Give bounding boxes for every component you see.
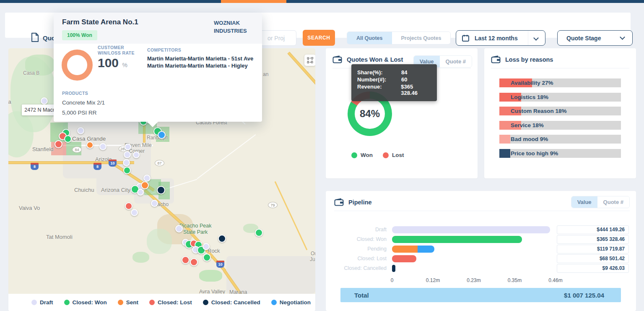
- pipeline-bar-segment: [392, 255, 416, 262]
- pipeline-row-label: Draft: [326, 226, 387, 233]
- tab-quote-number[interactable]: Quote #: [597, 196, 629, 208]
- quote-map-marker-draft[interactable]: [203, 243, 210, 250]
- map-park-area: [132, 252, 149, 263]
- quote-map-marker-lost[interactable]: [190, 258, 198, 266]
- top-progress-track: [0, 0, 644, 3]
- quote-map-marker-draft[interactable]: [137, 189, 144, 196]
- axis-tick-label: 0.46m: [548, 277, 562, 283]
- competitors-list: Martin Marietta-Martin Marietta - 51st A…: [147, 55, 253, 69]
- quotes-dashboard: Quotes SEARCH All Quotes Projects Quotes…: [0, 0, 644, 311]
- pipeline-row: Closed: Won$365 328.46: [326, 236, 636, 243]
- map-status-legend: DraftClosed: WonSentClosed: LostClosed: …: [8, 294, 315, 311]
- map-place-label: acho: [157, 201, 169, 207]
- pipeline-bar-segment: [392, 236, 522, 243]
- quote-map-marker-draft[interactable]: [133, 152, 140, 158]
- pipeline-bar-segment: [392, 265, 395, 272]
- total-value: $1 007 125.04: [564, 292, 604, 299]
- quote-map-marker-draft[interactable]: [124, 151, 131, 158]
- quote-map-marker-draft[interactable]: [175, 225, 183, 233]
- map-place-label: Casa Grande: [72, 136, 106, 142]
- tooltip-value: 60: [401, 76, 407, 83]
- axis-tick-label: 0: [391, 277, 394, 283]
- quote-map-marker-draft[interactable]: [125, 144, 131, 150]
- loss-reason-label: Price too high 9%: [511, 149, 558, 158]
- calendar-icon: [462, 34, 469, 42]
- pipeline-row: Pending$119 719.87: [326, 246, 636, 253]
- quote-map-marker-cancelled[interactable]: [157, 186, 165, 194]
- tab-quote-number[interactable]: Quote #: [440, 56, 472, 67]
- pipeline-value-box: $119 719.87: [557, 245, 629, 254]
- pipeline-bar: [392, 255, 556, 262]
- date-range-filter[interactable]: Last 12 months: [456, 30, 545, 46]
- legend-item: Sent: [118, 299, 138, 306]
- quote-map-marker-cancelled[interactable]: [218, 235, 226, 243]
- quote-map-marker-draft[interactable]: [131, 209, 138, 216]
- tab-value[interactable]: Value: [571, 196, 597, 208]
- quote-map-marker-draft[interactable]: [143, 175, 151, 182]
- draw-polygon-button[interactable]: [304, 55, 315, 66]
- tooltip-label: Share(%):: [357, 69, 401, 76]
- quote-map-marker-sent[interactable]: [86, 141, 93, 149]
- quote-map-marker-sent[interactable]: [141, 181, 149, 189]
- pipeline-row-label: Closed: Won: [326, 236, 387, 243]
- quote-map-marker-lost[interactable]: [125, 202, 132, 210]
- card-title: Quotes Won & Lost: [347, 56, 403, 63]
- quote-map-marker-draft[interactable]: [99, 143, 106, 150]
- projects-quotes-tab[interactable]: Projects Quotes: [392, 32, 451, 44]
- legend-item: Closed: Cancelled: [203, 299, 260, 306]
- won-lost-legend: WonLost: [351, 152, 404, 158]
- quote-map-marker-draft[interactable]: [123, 159, 130, 166]
- quote-map-marker-won[interactable]: [203, 254, 211, 261]
- won-badge: 100% Won: [62, 30, 97, 40]
- pipeline-value-box: $365 328.46: [557, 235, 629, 244]
- route-shield: 79: [268, 202, 278, 208]
- quote-map-marker-won[interactable]: [255, 229, 263, 237]
- quote-map-marker-negotiation[interactable]: [158, 131, 166, 139]
- legend-item: Closed: Won: [64, 299, 107, 306]
- pipeline-bar: [392, 265, 556, 272]
- legend-label: Won: [361, 152, 373, 158]
- competitor-item: Martin Marietta-Martin Marietta - 51st A…: [147, 55, 253, 62]
- pipeline-chart: Draft$444 149.26Closed: Won$365 328.46Pe…: [326, 226, 636, 279]
- product-item: 5,000 PSI RR: [62, 108, 105, 118]
- tooltip-label: Revenue:: [357, 84, 401, 96]
- quote-map-marker-lost[interactable]: [55, 140, 62, 148]
- pipeline-row-label: Closed: Lost: [326, 255, 387, 262]
- tooltip-value: 84: [401, 69, 407, 76]
- map-place-label: Casa B: [23, 70, 39, 76]
- quote-detail-popup: Farm State Arena No.1 WOZNIAKINDUSTRIES …: [54, 13, 262, 122]
- map-park-area: [147, 229, 172, 254]
- loss-reason-bar: Service 18%: [499, 121, 621, 130]
- quote-map-marker-won[interactable]: [123, 167, 131, 174]
- wallet-icon: [332, 55, 342, 63]
- tooltip-value: $365 328.46: [401, 84, 431, 96]
- map-park-area: [199, 270, 222, 282]
- pipeline-bar: [392, 246, 556, 253]
- map-place-label: Jun: [310, 256, 315, 262]
- map-place-label: Vaiva Vo: [19, 205, 40, 211]
- quotes-won-lost-card: Quotes Won & Lost Value Quote # 84% WonL…: [326, 48, 478, 178]
- quote-stage-filter[interactable]: Quote Stage: [557, 30, 633, 46]
- loss-reason-label: Availability 27%: [511, 78, 553, 87]
- axis-tick-label: 0.35m: [508, 277, 522, 283]
- quote-map-marker-draft[interactable]: [41, 97, 48, 105]
- pipeline-row: Draft$444 149.26: [326, 226, 636, 233]
- loss-reason-label: Bad mood 9%: [511, 135, 548, 144]
- quote-stage-label: Quote Stage: [566, 35, 601, 42]
- products-list: Concrete Mix 2/15,000 PSI RR: [62, 98, 105, 118]
- pipeline-value-box: $444 149.26: [557, 225, 629, 234]
- quote-map-marker-draft[interactable]: [77, 127, 84, 134]
- all-quotes-tab[interactable]: All Quotes: [347, 32, 392, 44]
- quote-map-marker-won[interactable]: [64, 135, 72, 143]
- quote-map-marker-draft[interactable]: [151, 200, 158, 207]
- chevron-down-icon: [533, 35, 539, 41]
- map-urban-area: [226, 256, 315, 294]
- quote-map-marker-lost[interactable]: [182, 256, 190, 264]
- route-shield: 10: [109, 159, 117, 167]
- axis-tick-label: 0.23m: [467, 277, 480, 283]
- search-button[interactable]: SEARCH: [303, 30, 335, 46]
- tooltip-row: Number(#):60: [357, 76, 431, 83]
- route-shield: 87: [155, 160, 164, 166]
- product-item: Concrete Mix 2/1: [62, 98, 105, 108]
- map-place-label: Rock: [208, 248, 220, 254]
